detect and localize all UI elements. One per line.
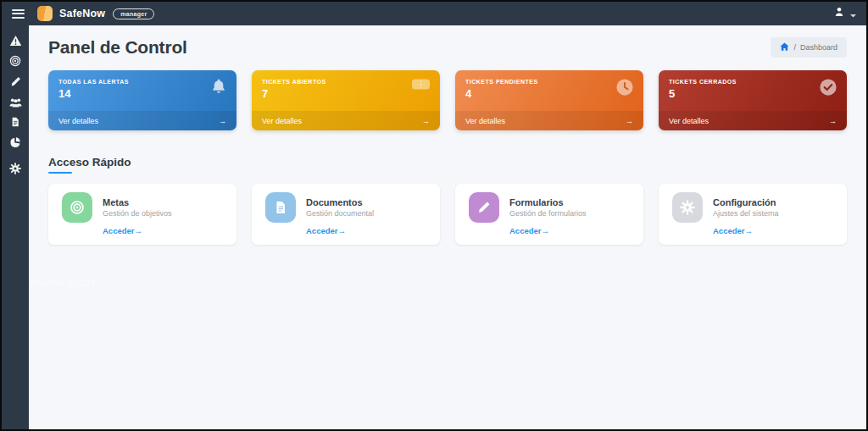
acceder-link[interactable]: Acceder→ — [713, 226, 753, 235]
stat-card-tickets-pendientes: TICKETS PENDIENTES 4 Ver detalles → — [455, 70, 643, 130]
stat-label: TICKETS ABIERTOS — [262, 79, 430, 85]
ticket-icon — [411, 78, 431, 94]
hamburger-menu-icon[interactable] — [12, 9, 25, 19]
role-badge: manager — [113, 8, 154, 19]
stat-link-ver-detalles[interactable]: Ver detalles → — [455, 111, 643, 130]
quick-card-title: Configuración — [713, 197, 779, 207]
quick-card-metas: Metas Gestión de objetivos Acceder→ — [48, 184, 236, 245]
quick-card-formularios: Formularios Gestión de formularios Acced… — [455, 184, 643, 245]
quick-card-title: Formularios — [509, 197, 587, 207]
main-content: Panel de Control / Dashboard TODAS LAS A… — [29, 25, 866, 429]
stat-label: TODAS LAS ALERTAS — [58, 79, 226, 85]
sidebar-item-formularios[interactable] — [8, 77, 22, 89]
stat-link-ver-detalles[interactable]: Ver detalles → — [48, 111, 236, 130]
stat-link-label: Ver detalles — [465, 117, 505, 125]
app-window: SafeNow manager — [0, 0, 868, 431]
quick-card-subtitle: Gestión de objetivos — [103, 209, 172, 218]
brand-name: SafeNow — [59, 8, 105, 19]
quick-card-subtitle: Gestión documental — [306, 209, 374, 218]
sidebar-item-usuarios[interactable] — [8, 97, 22, 109]
acceder-link[interactable]: Acceder→ — [103, 226, 142, 235]
user-icon — [833, 6, 845, 21]
safenow-logo — [37, 6, 53, 21]
stat-link-label: Ver detalles — [262, 117, 302, 125]
arrow-right-icon: → — [422, 117, 430, 125]
stat-cards-row: TODAS LAS ALERTAS 14 Ver detalles → TICK… — [48, 70, 847, 130]
quick-access-title: Acceso Rápido — [48, 156, 847, 169]
stat-link-label: Ver detalles — [58, 117, 98, 125]
acceder-link[interactable]: Acceder→ — [509, 226, 549, 235]
stat-value: 7 — [262, 87, 430, 100]
stat-value: 5 — [669, 87, 837, 100]
section-underline — [48, 172, 72, 174]
stat-card-tickets-abiertos: TICKETS ABIERTOS 7 Ver detalles → — [252, 70, 440, 130]
gear-icon — [9, 163, 21, 178]
stat-link-ver-detalles[interactable]: Ver detalles → — [252, 111, 440, 130]
sidebar-item-alertas[interactable] — [8, 36, 22, 48]
arrow-right-icon: → — [219, 117, 226, 125]
stat-card-tickets-cerrados: TICKETS CERRADOS 5 Ver detalles → — [659, 70, 847, 130]
page-title: Panel de Control — [48, 37, 187, 58]
check-circle-icon — [819, 78, 837, 100]
stat-label: TICKETS PENDIENTES — [465, 79, 633, 85]
quick-card-subtitle: Ajustes del sistema — [713, 209, 779, 218]
warning-triangle-icon — [9, 35, 22, 50]
quick-card-documentos: Documentos Gestión documental Acceder→ — [252, 184, 440, 245]
pie-chart-icon — [9, 136, 21, 152]
target-icon — [9, 55, 21, 70]
arrow-right-icon: → — [626, 117, 633, 125]
home-icon[interactable] — [780, 42, 789, 52]
document-icon — [10, 116, 20, 131]
quick-card-title: Documentos — [306, 197, 374, 207]
bell-icon — [210, 78, 227, 98]
pencil-icon — [10, 75, 21, 91]
users-icon — [9, 96, 22, 111]
arrow-right-icon: → — [338, 226, 347, 235]
target-icon — [62, 192, 92, 223]
sidebar-item-documentos[interactable] — [8, 118, 22, 130]
breadcrumb[interactable]: / Dashboard — [771, 37, 847, 58]
quick-card-configuracion: Configuración Ajustes del sistema Accede… — [659, 184, 847, 245]
clock-icon — [615, 78, 634, 100]
breadcrumb-separator: / — [793, 43, 796, 52]
pencil-icon — [469, 192, 499, 223]
sidebar-item-reportes[interactable] — [8, 138, 22, 150]
arrow-right-icon: → — [542, 226, 550, 235]
topbar: SafeNow manager — [2, 2, 866, 25]
breadcrumb-current: Dashboard — [800, 43, 837, 52]
quick-card-title: Metas — [103, 197, 172, 207]
acceder-link[interactable]: Acceder→ — [306, 226, 346, 235]
user-menu[interactable] — [833, 6, 856, 21]
footer-copyright: Imachine © 2024 — [31, 279, 847, 288]
gear-icon — [672, 192, 703, 223]
stat-link-label: Ver detalles — [669, 117, 709, 125]
sidebar-item-configuracion[interactable] — [8, 164, 22, 176]
stat-card-alertas: TODAS LAS ALERTAS 14 Ver detalles → — [48, 70, 236, 130]
caret-down-icon — [850, 6, 856, 21]
quick-access-row: Metas Gestión de objetivos Acceder→ Docu… — [48, 184, 847, 245]
stat-label: TICKETS CERRADOS — [669, 79, 837, 85]
quick-card-subtitle: Gestión de formularios — [509, 209, 587, 218]
sidebar-item-metas[interactable] — [8, 57, 22, 69]
stat-link-ver-detalles[interactable]: Ver detalles → — [659, 111, 847, 130]
arrow-right-icon: → — [135, 226, 143, 235]
arrow-right-icon: → — [829, 117, 837, 125]
stat-value: 14 — [58, 87, 226, 100]
arrow-right-icon: → — [745, 226, 754, 235]
sidebar — [2, 25, 29, 429]
stat-value: 4 — [465, 87, 633, 100]
document-icon — [265, 192, 296, 223]
